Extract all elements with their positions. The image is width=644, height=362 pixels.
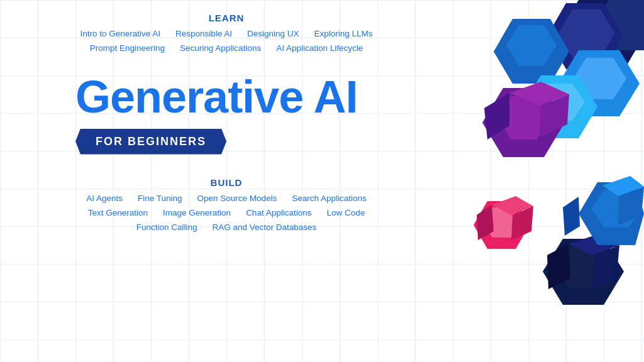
build-link-function[interactable]: Function Calling [131, 221, 203, 234]
build-row-2: Text Generation Image Generation Chat Ap… [13, 206, 440, 219]
learn-link-responsible[interactable]: Responsible AI [170, 27, 237, 40]
build-link-image[interactable]: Image Generation [158, 206, 236, 219]
build-link-finetuning[interactable]: Fine Tuning [133, 192, 187, 205]
left-panel: LEARN Intro to Generative AI Responsible… [0, 0, 453, 362]
build-link-text[interactable]: Text Generation [83, 206, 153, 219]
build-label: BUILD [13, 177, 440, 188]
hero-badge: FOR BEGINNERS [75, 129, 226, 155]
build-links: AI Agents Fine Tuning Open Source Models… [13, 192, 440, 234]
learn-row-2: Prompt Engineering Securing Applications… [13, 41, 440, 55]
right-panel [453, 0, 644, 362]
build-link-opensource[interactable]: Open Source Models [192, 192, 282, 205]
learn-link-securing[interactable]: Securing Applications [175, 41, 266, 55]
cube-blue-left [563, 197, 580, 236]
learn-link-prompt[interactable]: Prompt Engineering [85, 41, 170, 55]
build-link-rag[interactable]: RAG and Vector Databases [207, 221, 321, 234]
learn-links: Intro to Generative AI Responsible AI De… [13, 27, 440, 55]
build-link-agents[interactable]: AI Agents [81, 192, 128, 205]
build-section: BUILD AI Agents Fine Tuning Open Source … [13, 177, 440, 234]
build-link-lowcode[interactable]: Low Code [321, 206, 370, 219]
learn-link-llms[interactable]: Exploring LLMs [309, 27, 378, 40]
build-row-3: Function Calling RAG and Vector Database… [13, 221, 440, 234]
hex-decoration [453, 0, 644, 362]
learn-link-lifecycle[interactable]: AI Application Lifecycle [271, 41, 368, 55]
learn-link-intro[interactable]: Intro to Generative AI [75, 27, 165, 40]
build-link-search[interactable]: Search Applications [287, 192, 372, 205]
build-row-1: AI Agents Fine Tuning Open Source Models… [13, 192, 440, 205]
learn-link-ux[interactable]: Designing UX [242, 27, 304, 40]
hero-title: Generative AI [75, 74, 377, 121]
learn-row-1: Intro to Generative AI Responsible AI De… [13, 27, 440, 40]
hero-area: Generative AI FOR BEGINNERS [75, 74, 377, 155]
learn-label: LEARN [13, 13, 440, 23]
build-link-chat[interactable]: Chat Applications [241, 206, 316, 219]
learn-section: LEARN Intro to Generative AI Responsible… [13, 13, 440, 55]
